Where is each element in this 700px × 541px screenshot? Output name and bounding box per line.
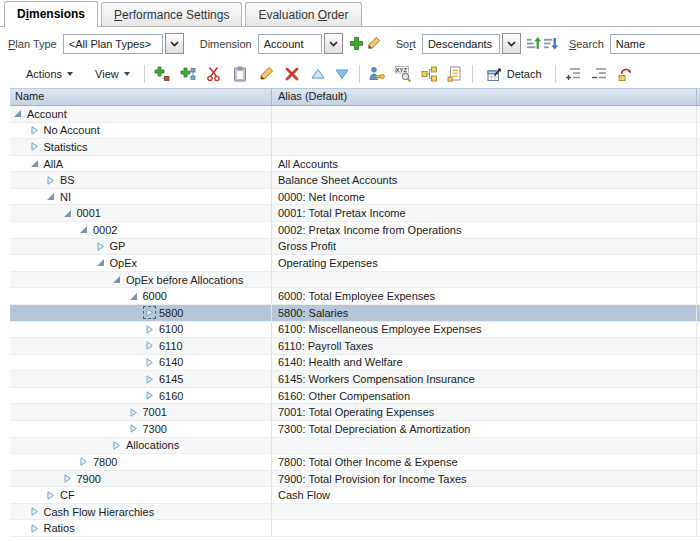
disclosure-triangle-icon[interactable] [29,523,40,534]
dimension-dropdown-button[interactable] [324,33,343,54]
paste-button[interactable] [229,63,251,85]
table-row[interactable]: Account [10,106,700,123]
name-cell: OpEx [10,255,272,271]
disclosure-triangle-icon[interactable] [29,158,40,169]
search-by-value[interactable]: Name [610,34,700,54]
sort-ascending-button[interactable] [525,33,542,55]
chevron-down-icon [124,72,130,76]
show-usage-button[interactable] [444,63,466,85]
table-row[interactable]: No Account [10,123,700,140]
sort-dropdown-button[interactable] [502,33,521,54]
expand-below-button[interactable] [562,63,584,85]
disclosure-triangle-icon[interactable] [95,257,106,268]
disclosure-triangle-icon[interactable] [29,506,40,517]
member-name: OpEx before Allocations [126,274,243,286]
cut-button[interactable] [203,63,225,85]
delete-button[interactable] [281,63,303,85]
table-row[interactable]: OpEx Operating Expenses [10,255,700,272]
table-row[interactable]: 7800 7800: Total Other Income & Expense [10,454,700,471]
disclosure-triangle-icon[interactable] [95,241,106,252]
disclosure-triangle-icon[interactable] [62,473,73,484]
table-row[interactable]: BS Balance Sheet Accounts [10,172,700,189]
disclosure-triangle-icon[interactable] [29,141,40,152]
table-row[interactable]: 6145 6145: Workers Compensation Insuranc… [10,371,700,388]
disclosure-triangle-icon[interactable] [111,274,122,285]
table-row[interactable]: 6140 6140: Health and Welfare [10,355,700,372]
disclosure-triangle-icon[interactable] [128,291,139,302]
name-cell: OpEx before Allocations [10,272,272,288]
member-name: Account [27,108,67,120]
table-row[interactable]: AllA All Accounts [10,156,700,173]
table-row[interactable]: Allocations [10,438,700,455]
name-cell: 7001 [10,404,272,420]
disclosure-triangle-icon[interactable] [29,125,40,136]
dimension-label: Dimension [200,38,252,50]
view-menu-button[interactable]: View [87,65,138,83]
table-row[interactable]: 5800 5800: Salaries [10,305,700,322]
table-row[interactable]: 7300 7300: Total Depreciation & Amortiza… [10,421,700,438]
disclosure-triangle-icon[interactable] [144,374,155,385]
column-header-alias[interactable]: Alias (Default) [272,89,697,105]
add-member-button[interactable] [348,33,365,55]
add-child-button[interactable] [151,63,173,85]
disclosure-triangle-icon[interactable] [144,340,155,351]
column-header-name[interactable]: Name [10,89,272,105]
disclosure-triangle-icon[interactable] [128,407,139,418]
table-row[interactable]: Cash Flow Hierarchies [10,504,700,521]
move-up-button[interactable] [307,63,329,85]
table-row[interactable]: OpEx before Allocations [10,272,700,289]
table-row[interactable]: 6000 6000: Total Employee Expenses [10,288,700,305]
table-row[interactable]: NI 0000: Net Income [10,189,700,206]
plan-type-dropdown-button[interactable] [165,33,184,54]
member-alias [272,520,697,536]
sort-value[interactable]: Descendants [422,34,500,54]
edit-button[interactable] [255,63,277,85]
table-row[interactable]: CF Cash Flow [10,487,700,504]
detach-button[interactable]: Detach [479,64,549,84]
tab-evaluation-order[interactable]: Evaluation Order [245,2,361,26]
go-to-root-button[interactable] [614,63,636,85]
disclosure-triangle-icon[interactable] [128,423,139,434]
disclosure-triangle-icon[interactable] [144,324,155,335]
plan-type-value[interactable]: <All Plan Types> [63,34,163,54]
disclosure-triangle-icon[interactable] [78,224,89,235]
table-row[interactable]: Statistics [10,139,700,156]
disclosure-triangle-icon[interactable] [144,307,155,318]
disclosure-triangle-icon[interactable] [111,440,122,451]
move-down-button[interactable] [331,63,353,85]
table-row[interactable]: 6100 6100: Miscellaneous Employee Expens… [10,322,700,339]
disclosure-triangle-icon[interactable] [144,357,155,368]
disclosure-triangle-icon[interactable] [62,208,73,219]
disclosure-triangle-icon[interactable] [12,108,23,119]
table-row[interactable]: 7900 7900: Total Provision for Income Ta… [10,471,700,488]
member-name: 6000 [143,290,167,302]
member-alias [272,123,697,139]
show-hierarchy-button[interactable] [418,63,440,85]
table-row[interactable]: GP Gross Profit [10,239,700,256]
table-row[interactable]: 6110 6110: Payroll Taxes [10,338,700,355]
tab-dimensions[interactable]: Dimensions [4,1,98,27]
disclosure-triangle-icon[interactable] [45,490,56,501]
assign-access-button[interactable] [366,63,388,85]
table-row[interactable]: 7001 7001: Total Operating Expenses [10,404,700,421]
add-sibling-button[interactable] [177,63,199,85]
table-row[interactable]: 0002 0002: Pretax Income from Operations [10,222,700,239]
tab-performance-settings[interactable]: Performance Settings [101,2,242,26]
disclosure-triangle-icon[interactable] [45,191,56,202]
dimension-value[interactable]: Account [258,34,322,54]
member-name: Ratios [44,522,75,534]
table-row[interactable]: Ratios [10,520,700,537]
disclosure-triangle-icon[interactable] [78,456,89,467]
actions-menu-button[interactable]: Actions [18,65,81,83]
collapse-below-button[interactable] [588,63,610,85]
member-formula-button[interactable]: XYZ [392,63,414,85]
disclosure-triangle-icon[interactable] [144,390,155,401]
toolbar-separator [359,65,360,83]
sort-descending-button[interactable] [542,33,559,55]
name-cell: 7800 [10,454,272,470]
disclosure-triangle-icon[interactable] [45,175,56,186]
table-row[interactable]: 0001 0001: Total Pretax Income [10,205,700,222]
edit-member-button[interactable] [365,33,382,55]
member-name: CF [60,489,75,501]
table-row[interactable]: 6160 6160: Other Compensation [10,388,700,405]
